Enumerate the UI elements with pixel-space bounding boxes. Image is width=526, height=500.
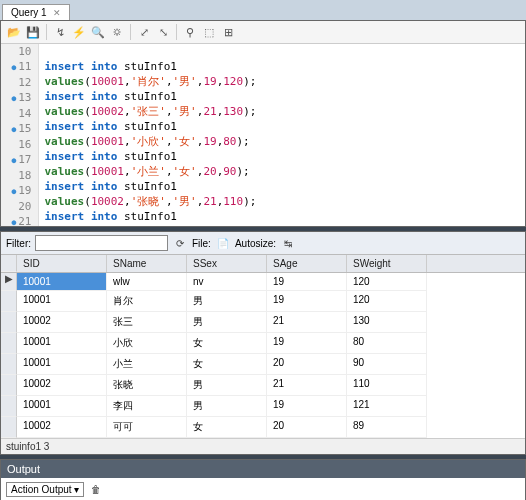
file-open-icon[interactable]: 📄 <box>215 235 231 251</box>
column-header[interactable]: SSex <box>187 255 267 272</box>
code-editor[interactable]: 10●11 12●13 14●15 16●17 18●19 20●21 22●2… <box>1 44 525 226</box>
table-row[interactable]: 10001小兰女2090 <box>1 354 525 375</box>
result-grid[interactable]: SIDSNameSSexSAgeSWeight▶10001wlwnv191201… <box>1 255 525 438</box>
grid-status: stuinfo1 3 <box>1 438 525 454</box>
output-panel: Output Action Output ▾ 🗑 TimeActionMessa… <box>0 459 526 500</box>
refresh-icon[interactable]: ⟳ <box>172 235 188 251</box>
file-label: File: <box>192 238 211 249</box>
table-row[interactable]: 10001肖尔男19120 <box>1 291 525 312</box>
output-mode-select[interactable]: Action Output ▾ <box>6 482 84 497</box>
close-icon[interactable]: ✕ <box>53 8 61 18</box>
column-header[interactable]: SName <box>107 255 187 272</box>
table-row[interactable]: 10002张三男21130 <box>1 312 525 333</box>
tab-query1[interactable]: Query 1 ✕ <box>2 4 70 20</box>
table-row[interactable]: 10002张晓男21110 <box>1 375 525 396</box>
sql-editor-panel: 📂💾 ↯⚡🔍⛭ ⤢⤡ ⚲⬚⊞ 10●11 12●13 14●15 16●17 1… <box>0 20 526 227</box>
toolbar-icon[interactable]: 🔍 <box>90 24 106 40</box>
tab-label: Query 1 <box>11 7 47 18</box>
toolbar-icon[interactable]: 💾 <box>25 24 41 40</box>
toolbar-icon[interactable]: ⬚ <box>201 24 217 40</box>
toolbar-icon[interactable]: ⊞ <box>220 24 236 40</box>
toolbar-icon[interactable]: ⚲ <box>182 24 198 40</box>
toolbar-icon[interactable]: ⛭ <box>109 24 125 40</box>
editor-tabs: Query 1 ✕ <box>0 0 526 20</box>
autosize-label: Autosize: <box>235 238 276 249</box>
filter-label: Filter: <box>6 238 31 249</box>
column-header[interactable]: SAge <box>267 255 347 272</box>
table-row[interactable]: 10001小欣女1980 <box>1 333 525 354</box>
autosize-icon[interactable]: ↹ <box>280 235 296 251</box>
output-title: Output <box>1 460 525 478</box>
clear-output-icon[interactable]: 🗑 <box>88 481 104 497</box>
table-row[interactable]: 10002可可女2089 <box>1 417 525 438</box>
column-header[interactable]: SWeight <box>347 255 427 272</box>
result-grid-panel: Filter: ⟳ File: 📄 Autosize: ↹ SIDSNameSS… <box>0 231 526 455</box>
toolbar-icon[interactable]: 📂 <box>6 24 22 40</box>
toolbar-icon[interactable]: ↯ <box>52 24 68 40</box>
filter-bar: Filter: ⟳ File: 📄 Autosize: ↹ <box>1 232 525 255</box>
editor-toolbar: 📂💾 ↯⚡🔍⛭ ⤢⤡ ⚲⬚⊞ <box>1 21 525 44</box>
table-row[interactable]: 10001李四男19121 <box>1 396 525 417</box>
toolbar-icon[interactable]: ⤡ <box>155 24 171 40</box>
filter-input[interactable] <box>35 235 168 251</box>
toolbar-icon[interactable]: ⤢ <box>136 24 152 40</box>
toolbar-icon[interactable]: ⚡ <box>71 24 87 40</box>
column-header[interactable]: SID <box>17 255 107 272</box>
table-row[interactable]: ▶10001wlwnv19120 <box>1 273 525 291</box>
